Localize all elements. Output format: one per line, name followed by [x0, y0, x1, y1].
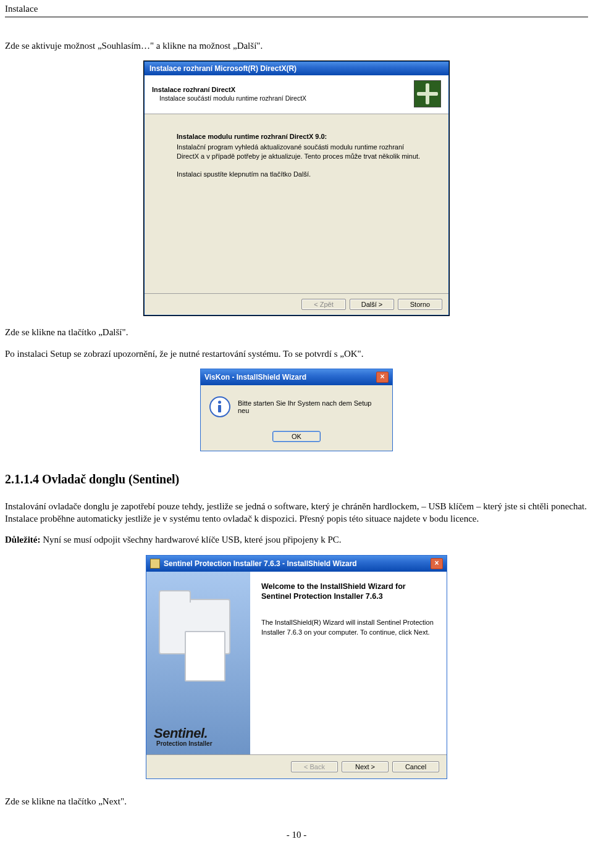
page-header: Instalace	[5, 4, 588, 17]
sentinel-next-button[interactable]: Next >	[342, 761, 389, 772]
sentinel-welcome-title: Welcome to the InstallShield Wizard for …	[261, 582, 435, 603]
viskon-ok-button[interactable]: OK	[272, 431, 321, 442]
sentinel-welcome-body: The InstallShield(R) Wizard will install…	[261, 618, 435, 637]
close-icon[interactable]: ×	[376, 372, 389, 383]
document-icon	[185, 631, 225, 682]
viskon-dialog: VisKon - InstallShield Wizard × Bitte st…	[200, 369, 393, 451]
sentinel-banner: Sentinel. Protection Installer	[146, 572, 250, 754]
directx-header-subtitle: Instalace součástí modulu runtime rozhra…	[159, 94, 306, 102]
paragraph-5: Důležité: Nyní se musí odpojit všechny h…	[5, 533, 588, 546]
directx-titlebar: Instalace rozhraní Microsoft(R) DirectX(…	[145, 62, 448, 75]
sentinel-back-button[interactable]: < Back	[291, 761, 338, 772]
directx-body-title: Instalace modulu runtime rozhraní Direct…	[177, 133, 424, 140]
close-icon[interactable]: ×	[431, 558, 443, 569]
paragraph-1: Zde se aktivuje možnost „Souhlasím…" a k…	[5, 40, 588, 52]
sentinel-logo: Sentinel.	[154, 725, 212, 741]
paragraph-5-bold: Důležité:	[5, 535, 40, 545]
header-rule	[5, 17, 588, 17]
page-number: - 10 -	[5, 830, 588, 840]
viskon-titlebar-text: VisKon - InstallShield Wizard	[204, 373, 306, 382]
directx-next-button[interactable]: Další >	[350, 299, 394, 310]
sentinel-wizard-window: Sentinel Protection Installer 7.6.3 - In…	[146, 555, 447, 779]
sentinel-titlebar-text: Sentinel Protection Installer 7.6.3 - In…	[164, 559, 357, 568]
section-heading: 2.1.1.4 Ovladač donglu (Sentinel)	[5, 472, 588, 486]
directx-wizard-window: Instalace rozhraní Microsoft(R) DirectX(…	[144, 61, 449, 315]
paragraph-5-rest: Nyní se musí odpojit všechny hardwarové …	[40, 535, 341, 545]
paragraph-6: Zde se klikne na tlačítko „Next".	[5, 795, 588, 807]
directx-cancel-button[interactable]: Storno	[398, 299, 442, 310]
paragraph-3: Po instalaci Setup se zobrazí upozornění…	[5, 348, 588, 360]
installer-icon	[150, 559, 160, 569]
directx-header-title: Instalace rozhraní DirectX	[152, 86, 306, 93]
paragraph-2: Zde se klikne na tlačítko „Další".	[5, 326, 588, 338]
viskon-message: Bitte starten Sie Ihr System nach dem Se…	[238, 399, 384, 414]
directx-back-button[interactable]: < Zpět	[301, 299, 346, 310]
sentinel-logo-sub: Protection Installer	[156, 740, 212, 747]
sentinel-cancel-button[interactable]: Cancel	[392, 761, 439, 772]
directx-icon	[414, 80, 441, 107]
directx-body-text-2: Instalaci spustíte klepnutím na tlačítko…	[177, 170, 424, 179]
info-icon	[209, 396, 230, 417]
directx-body-text-1: Instalační program vyhledá aktualizované…	[177, 143, 424, 161]
paragraph-4: Instalování ovladače donglu je zapotřebí…	[5, 500, 588, 525]
